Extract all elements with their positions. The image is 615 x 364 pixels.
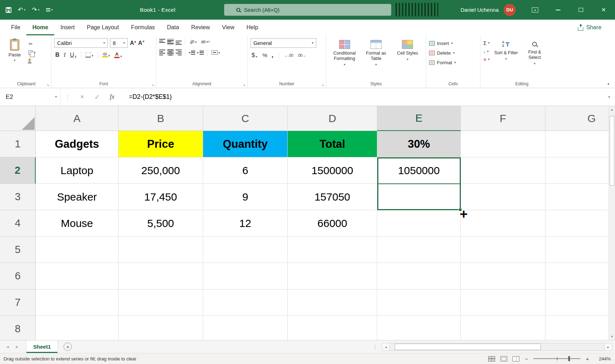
user-name[interactable]: Daniel Uchenna [460,7,499,13]
format-cells-button[interactable]: Format▾ [429,60,477,65]
conditional-formatting-button[interactable]: Conditional Formatting▾ [329,38,360,66]
cell-D2[interactable]: 1500000 [288,157,377,184]
cell-E2[interactable]: 1050000 [377,157,461,184]
copy-button[interactable]: ▾ [29,50,36,55]
cell-C7[interactable] [203,289,288,316]
insert-cells-button[interactable]: Insert▾ [429,41,477,46]
row-header-3[interactable]: 3 [0,184,36,210]
cell-G7[interactable] [545,289,615,316]
redo-caret-icon[interactable]: ▾ [38,9,40,11]
formula-input[interactable]: =D2-(D2*$E$1) [129,93,172,101]
column-header-E[interactable]: E [377,106,461,131]
formula-bar-grip-icon[interactable]: ⋮ [65,94,70,100]
align-center-button[interactable] [167,50,173,55]
undo-caret-icon[interactable]: ▾ [24,9,25,11]
tab-file[interactable]: File [5,20,26,35]
delete-cells-button[interactable]: Delete▾ [429,50,477,56]
collapse-ribbon-button[interactable]: ▴ [608,81,609,85]
cell-E6[interactable] [377,263,461,289]
close-button[interactable]: × [592,0,615,20]
sheet-nav-right-icon[interactable]: ▸ [16,344,19,349]
fill-color-button[interactable]: ▾ [101,52,111,58]
tab-home[interactable]: Home [26,20,54,35]
view-page-break-button[interactable] [513,356,519,362]
cell-A6[interactable] [36,263,119,289]
cell-G8[interactable] [545,316,615,340]
tab-insert[interactable]: Insert [54,20,81,35]
fill-button[interactable]: ↓▾ [483,49,490,54]
customize-qat-button[interactable]: ▾ [46,8,53,11]
zoom-slider[interactable] [533,358,580,359]
tab-view[interactable]: View [216,20,240,35]
cell-B1[interactable]: Price [119,131,203,157]
decrease-indent-button[interactable]: ◂ [188,50,195,55]
cell-F1[interactable] [461,131,545,157]
cell-A2[interactable]: Laptop [36,157,119,184]
row-header-8[interactable]: 8 [0,316,36,340]
percent-style-button[interactable]: % [262,52,267,58]
increase-indent-button[interactable]: ▸ [197,50,204,55]
cell-C1[interactable]: Quantity [203,131,288,157]
view-page-layout-button[interactable] [500,356,507,362]
cell-F8[interactable] [461,316,545,340]
cell-C8[interactable] [203,316,288,340]
cell-B5[interactable] [119,237,203,263]
cell-F3[interactable] [461,184,545,210]
redo-button[interactable]: ↷▾ [32,6,39,14]
font-dialog-launcher[interactable]: ↘ [151,83,154,87]
cell-B8[interactable] [119,316,203,340]
find-select-button[interactable]: Find & Select▾ [523,38,547,65]
clear-button[interactable]: ◆▾ [483,57,490,61]
font-size-select[interactable]: 8▾ [110,38,128,48]
tab-page-layout[interactable]: Page Layout [81,20,125,35]
format-painter-button[interactable] [29,59,36,62]
italic-button[interactable]: I [63,51,67,59]
cell-C6[interactable] [203,263,288,289]
cell-D8[interactable] [288,316,377,340]
horizontal-scroll-thumb[interactable] [395,344,541,350]
cell-F4[interactable] [461,210,545,237]
horizontal-scroll-track[interactable] [390,343,604,351]
cell-E7[interactable] [377,289,461,316]
align-middle-button[interactable] [167,39,173,45]
cell-E5[interactable] [377,237,461,263]
number-dialog-launcher[interactable]: ↘ [321,83,324,87]
tab-formulas[interactable]: Formulas [125,20,161,35]
tab-review[interactable]: Review [185,20,216,35]
cell-G2[interactable] [545,157,615,184]
scroll-right-icon[interactable]: ▸ [604,343,612,351]
zoom-out-button[interactable]: − [525,356,528,362]
cell-E1[interactable]: 30% [377,131,461,157]
cell-D3[interactable]: 157050 [288,184,377,210]
cell-F2[interactable] [461,157,545,184]
merge-center-button[interactable]: ▾ [211,50,221,55]
sheetbar-grip-icon[interactable]: ⋮ [373,344,378,350]
font-name-select[interactable]: Calibri▾ [54,38,108,48]
cell-G1[interactable] [545,131,615,157]
name-box[interactable]: E2▾ [0,88,61,106]
cell-C3[interactable]: 9 [203,184,288,210]
scroll-down-icon[interactable]: ▼ [609,333,615,340]
cell-B6[interactable] [119,263,203,289]
search-box[interactable]: Search (Alt+Q) [224,4,391,16]
autosum-button[interactable]: Σ▾ [483,40,490,46]
cell-A7[interactable] [36,289,119,316]
sheet-nav-left-icon[interactable]: ◂ [6,344,9,349]
insert-function-button[interactable]: fx [105,93,120,101]
cell-F7[interactable] [461,289,545,316]
cell-A3[interactable]: Speaker [36,184,119,210]
paste-button[interactable]: Paste ▾ [4,38,25,80]
row-header-7[interactable]: 7 [0,289,36,316]
accounting-format-button[interactable]: $▾ [251,52,258,59]
align-top-button[interactable] [159,39,165,45]
format-as-table-button[interactable]: Format as Table▾ [361,38,391,66]
align-bottom-button[interactable] [176,39,182,45]
decrease-font-size-button[interactable]: A▾ [138,40,144,46]
cell-A1[interactable]: Gadgets [36,131,119,157]
cell-B7[interactable] [119,289,203,316]
ribbon-display-options-button[interactable]: ▴ [524,0,546,20]
comma-style-button[interactable]: , [272,51,273,59]
column-header-F[interactable]: F [461,106,545,131]
cell-E3[interactable] [377,184,461,210]
cell-G6[interactable] [545,263,615,289]
